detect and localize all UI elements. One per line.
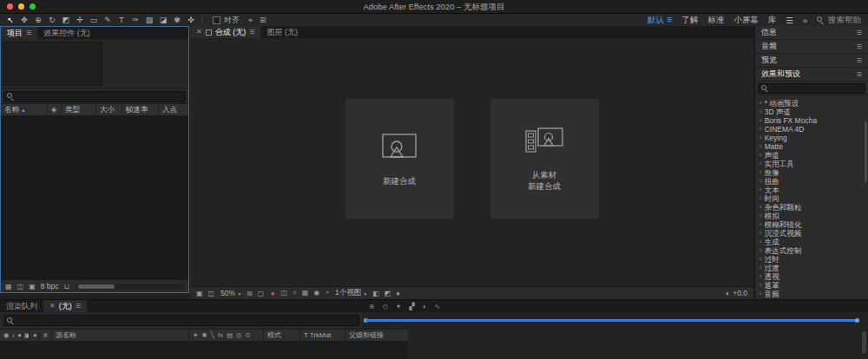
draft-3d-icon[interactable]: ♦ — [396, 290, 399, 297]
column-framerate[interactable]: 帧速率 — [122, 104, 159, 115]
effects-category[interactable]: › 模拟 — [755, 212, 868, 220]
effects-category[interactable]: › 过时 — [755, 255, 868, 264]
scrollbar-thumb[interactable] — [78, 284, 115, 289]
shape-tool-icon[interactable]: ▭ — [87, 14, 101, 26]
show-snapshot-icon[interactable]: ◫ — [208, 290, 215, 297]
zoom-level-dropdown[interactable]: 50% ▾ — [220, 289, 240, 297]
workspace-overflow-icon[interactable]: » — [803, 16, 807, 25]
workspace-tab-learn[interactable]: 了解 — [681, 15, 698, 26]
new-composition-icon[interactable]: ▣ — [29, 283, 36, 290]
workspace-tab-standard[interactable]: 标准 — [707, 15, 724, 26]
panel-menu-icon[interactable]: ☰ — [857, 68, 862, 81]
timecode-icon[interactable]: ◔ — [325, 289, 329, 297]
effects-search-input[interactable] — [758, 83, 865, 94]
effects-category[interactable]: › 透视 — [755, 272, 868, 281]
bit-depth-button[interactable]: 8 bpc — [41, 282, 59, 290]
clone-stamp-tool-icon[interactable]: ▨ — [142, 14, 156, 26]
column-source-name[interactable]: 源名称 — [52, 330, 189, 341]
shy-icon[interactable]: ✦ — [193, 331, 198, 339]
eye-icon[interactable]: ◉ — [3, 331, 10, 339]
brush-tool-icon[interactable]: ✑ — [128, 14, 142, 26]
effects-category[interactable]: › CINEMA 4D — [755, 125, 868, 134]
new-folder-icon[interactable]: ◫ — [17, 283, 24, 290]
vertical-scrollbar[interactable] — [862, 330, 866, 356]
timeline-ruler-area[interactable] — [363, 312, 868, 359]
chevron-right-icon[interactable]: › — [760, 186, 762, 194]
time-navigator-bar[interactable] — [365, 319, 858, 322]
effects-category[interactable]: › 3D 声道 — [755, 108, 868, 116]
motion-blur-icon[interactable]: ◐ — [423, 303, 427, 310]
new-composition-from-footage-button[interactable]: 从素材 新建合成 — [490, 99, 599, 219]
chevron-right-icon[interactable]: › — [760, 272, 762, 281]
close-icon[interactable]: ✕ — [196, 26, 202, 38]
fast-preview-icon[interactable]: ◩ — [385, 290, 391, 297]
grid-options-icon[interactable]: ⊞ — [260, 16, 266, 25]
workspace-tab-small-screen[interactable]: 小屏幕 — [733, 15, 759, 26]
column-size[interactable]: 大小 — [96, 104, 122, 115]
frame-blend-icon[interactable]: ▞ — [410, 303, 415, 310]
effects-category[interactable]: › * 动画预设 — [755, 99, 868, 108]
effects-category[interactable]: › 声道 — [755, 151, 868, 160]
motion-blur-icon[interactable]: ◎ — [236, 331, 242, 339]
solo-icon[interactable]: ● — [17, 331, 22, 339]
tab-composition[interactable]: ✕ 合成 (无) ☰ — [190, 26, 260, 38]
effects-category[interactable]: › Boris FX Mocha — [755, 116, 868, 125]
tab-layer[interactable]: 图层 (无) — [260, 26, 304, 38]
project-item-list[interactable] — [1, 116, 188, 279]
chevron-right-icon[interactable]: › — [760, 203, 762, 212]
column-label[interactable]: ◈ — [48, 104, 62, 115]
workspace-list-menu-icon[interactable]: ☰ — [786, 16, 793, 25]
collapsed-panel-header[interactable]: 音频 ☰ — [755, 40, 868, 54]
tab-effect-controls[interactable]: 效果控件 (无) — [37, 27, 96, 39]
close-icon[interactable]: ✕ — [49, 300, 56, 312]
snap-options-icon[interactable]: ⌖ — [248, 16, 253, 25]
puppet-pin-tool-icon[interactable]: ✜ — [184, 14, 198, 26]
effects-category[interactable]: › 过渡 — [755, 264, 868, 272]
collapse-icon[interactable]: ✱ — [201, 331, 207, 339]
timeline-search-input[interactable] — [3, 315, 359, 326]
panel-menu-icon[interactable]: ☰ — [857, 26, 862, 39]
chevron-right-icon[interactable]: › — [760, 281, 762, 290]
effects-category[interactable]: › 扭曲 — [755, 177, 868, 186]
camera-tool-icon[interactable]: ◩ — [59, 14, 73, 26]
chevron-right-icon[interactable]: › — [760, 108, 762, 116]
effects-category[interactable]: › Keying — [755, 134, 868, 142]
vertical-scrollbar[interactable] — [865, 121, 867, 182]
search-help[interactable]: 搜索帮助 — [817, 15, 861, 26]
effects-presets-header[interactable]: 效果和预设 ☰ — [755, 68, 868, 82]
effects-category[interactable]: › 沉浸式视频 — [755, 229, 868, 238]
effects-category[interactable]: › 模糊和锐化 — [755, 220, 868, 229]
tab-timeline-comp[interactable]: ✕ (无) ☰ — [43, 300, 87, 312]
chevron-right-icon[interactable]: › — [760, 194, 762, 203]
scrollbar-thumb[interactable] — [862, 331, 866, 354]
chevron-right-icon[interactable]: › — [760, 134, 762, 142]
chevron-right-icon[interactable]: › — [760, 151, 762, 160]
chevron-right-icon[interactable]: › — [760, 220, 762, 229]
panel-menu-icon[interactable]: ☰ — [857, 40, 862, 53]
quality-icon[interactable]: ╲ — [211, 331, 215, 339]
column-mode[interactable]: 模式 — [264, 330, 300, 341]
workspace-tab-default[interactable]: 默认 ☰ — [648, 15, 672, 26]
effects-category[interactable]: › 遮罩 — [755, 281, 868, 290]
snap-checkbox[interactable] — [213, 16, 220, 24]
effects-category[interactable]: › 生成 — [755, 238, 868, 246]
chevron-right-icon[interactable]: › — [760, 255, 762, 264]
snap-toggle[interactable]: 对齐 — [213, 15, 240, 26]
chevron-right-icon[interactable]: › — [760, 125, 762, 134]
effects-category[interactable]: › 抠像 — [755, 168, 868, 177]
chevron-right-icon[interactable]: › — [760, 264, 762, 272]
horizontal-scrollbar[interactable] — [76, 284, 184, 290]
new-composition-button[interactable]: 新建合成 — [345, 99, 454, 219]
chevron-right-icon[interactable]: › — [760, 212, 762, 220]
audio-icon[interactable]: ♪ — [12, 331, 16, 339]
column-name[interactable]: 名称 ▲ — [1, 104, 48, 115]
effects-category[interactable]: › 文本 — [755, 186, 868, 194]
chevron-right-icon[interactable]: › — [760, 99, 762, 108]
frame-blend-icon[interactable]: ▤ — [227, 331, 233, 339]
chevron-right-icon[interactable]: › — [760, 246, 762, 255]
chevron-right-icon[interactable]: › — [760, 142, 762, 151]
chevron-right-icon[interactable]: › — [760, 160, 762, 168]
effects-category[interactable]: › Matte — [755, 142, 868, 151]
chevron-right-icon[interactable]: › — [760, 229, 762, 238]
collapsed-panel-header[interactable]: 信息 ☰ — [755, 26, 868, 40]
